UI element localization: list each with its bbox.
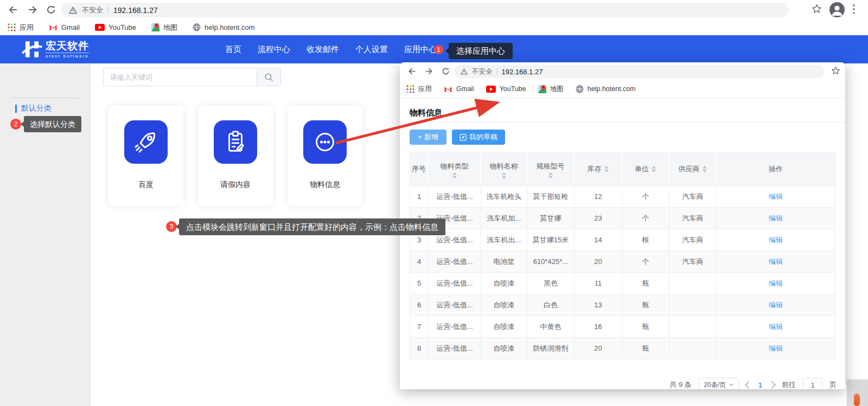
bookmark-star-icon[interactable]	[812, 4, 822, 15]
popup-toolbar: 不安全 192.168.1.27	[400, 62, 845, 80]
column-header-label: 单位	[635, 164, 649, 174]
reload-icon[interactable]	[46, 4, 56, 15]
cell: 4	[410, 250, 429, 272]
hotent-logo: 宏天软件 otent Software	[22, 39, 89, 60]
edit-link[interactable]: 编辑	[769, 257, 783, 267]
bookmark-gmail[interactable]: Gmail	[49, 23, 80, 31]
step-badge-2: 2	[10, 119, 21, 130]
table-row: 1运营-低值...洗车机枪头莫干那短枪12个汽车商编辑	[410, 185, 835, 207]
column-header-label: 规格型号	[537, 162, 565, 171]
edit-link[interactable]: 编辑	[769, 344, 783, 353]
bookmark-apps[interactable]: 应用	[406, 85, 432, 94]
edit-link[interactable]: 编辑	[769, 192, 783, 202]
app-card-clipboard[interactable]: 请假内容	[198, 106, 273, 205]
my-drafts-button[interactable]: 我的草稿	[452, 130, 505, 145]
security-label: 不安全	[472, 67, 493, 76]
search-icon	[264, 73, 273, 82]
add-button[interactable]: + 新增	[410, 130, 446, 145]
bookmark-label: help.hotent.com	[205, 23, 255, 31]
column-header: 序号	[410, 153, 429, 185]
search-input[interactable]	[103, 68, 257, 86]
bookmark-youtube[interactable]: YouTube	[95, 23, 136, 31]
bookmark-label: Gmail	[61, 23, 80, 31]
nav-item-3[interactable]: 收发邮件	[307, 44, 339, 55]
app-card-ellipsis[interactable]: 物料信息	[288, 106, 362, 205]
cell: 洗车机出...	[481, 229, 527, 250]
bookmark-gmail[interactable]: Gmail	[444, 85, 474, 93]
goto-page-input[interactable]	[803, 378, 822, 389]
title-divider	[400, 122, 845, 123]
prev-page-icon[interactable]	[745, 381, 752, 389]
cell-actions: 编辑	[717, 337, 835, 359]
cell: 610*425*...	[527, 250, 575, 272]
edit-link[interactable]: 编辑	[769, 279, 783, 288]
cell: 20	[575, 250, 622, 272]
edit-link[interactable]: 编辑	[769, 300, 783, 310]
cell: 莫甘娜	[527, 207, 575, 229]
bookmark-apps[interactable]: 应用	[8, 23, 34, 33]
sort-carets-icon[interactable]	[703, 166, 707, 172]
column-header[interactable]: 单位	[622, 153, 669, 185]
forward-icon[interactable]	[27, 4, 38, 15]
cell: 洗车机枪头	[481, 185, 527, 207]
cell: 23	[575, 207, 622, 229]
profile-avatar-icon[interactable]	[829, 2, 845, 17]
cell	[669, 294, 717, 315]
active-indicator	[15, 105, 17, 113]
sort-carets-icon[interactable]	[502, 172, 506, 179]
edit-link[interactable]: 编辑	[769, 235, 783, 245]
bookmark-label: 应用	[418, 85, 432, 94]
table-body: 1运营-低值...洗车机枪头莫干那短枪12个汽车商编辑2运营-低值...洗车机加…	[410, 185, 835, 359]
sort-carets-icon[interactable]	[548, 172, 553, 179]
menu-dots-icon[interactable]	[853, 4, 864, 15]
next-page-icon[interactable]	[768, 381, 776, 389]
cell: 瓶	[622, 294, 669, 315]
column-header[interactable]: 物料名称	[481, 153, 527, 185]
popup-back-icon[interactable]	[407, 67, 417, 76]
nav-item-1[interactable]: 首页	[225, 44, 241, 55]
bookmark-globe[interactable]: help.hotent.com	[576, 85, 636, 93]
gmail-icon	[49, 24, 58, 31]
sidebar-item-default-category[interactable]: 默认分类	[15, 104, 52, 113]
popup-bookmark-star-icon[interactable]	[831, 66, 840, 75]
cell: 瓶	[622, 315, 669, 337]
nav-item-4[interactable]: 个人设置	[355, 44, 388, 55]
bookmark-globe[interactable]: help.hotent.com	[193, 23, 255, 31]
search-button[interactable]	[257, 68, 281, 86]
scrollbar-thumb[interactable]	[854, 394, 860, 406]
column-header[interactable]: 规格型号	[527, 153, 575, 185]
column-header: 操作	[717, 153, 835, 185]
ellipsis-icon	[303, 120, 347, 164]
sort-carets-icon[interactable]	[452, 172, 457, 179]
sort-carets-icon[interactable]	[652, 166, 656, 172]
screen: 不安全 192.168.1.27 应用GmailYouTube地图help.ho…	[0, 0, 868, 406]
page-size-select[interactable]: 20条/页	[699, 378, 739, 389]
popup-forward-icon[interactable]	[424, 67, 433, 76]
bookmark-youtube[interactable]: YouTube	[486, 85, 526, 93]
my-drafts-label: 我的草稿	[469, 132, 497, 142]
edit-link[interactable]: 编辑	[769, 322, 783, 332]
column-header[interactable]: 物料类型	[429, 153, 481, 185]
materials-table: 序号物料类型物料名称规格型号库存单位供应商操作 1运营-低值...洗车机枪头莫干…	[410, 152, 835, 359]
app-card-rocket[interactable]: 百度	[108, 106, 183, 205]
column-header-label: 操作	[769, 164, 783, 174]
bookmark-maps[interactable]: 地图	[151, 23, 177, 33]
apps-icon	[8, 23, 16, 31]
current-page[interactable]: 1	[758, 381, 762, 389]
popup-reload-icon[interactable]	[441, 67, 450, 76]
column-header[interactable]: 库存	[575, 153, 622, 185]
column-header[interactable]: 供应商	[669, 153, 717, 185]
bookmark-maps[interactable]: 地图	[538, 85, 564, 94]
nav-item-2[interactable]: 流程中心	[258, 44, 290, 55]
cell: 中黄色	[527, 315, 575, 337]
edit-link[interactable]: 编辑	[769, 214, 783, 223]
pagination: 共 9 条 20条/页 1 前往 页	[669, 378, 837, 389]
cell-actions: 编辑	[717, 250, 835, 272]
sort-carets-icon[interactable]	[604, 166, 609, 172]
popup-address-bar[interactable]: 不安全 192.168.1.27	[454, 65, 824, 78]
table-row: 3运营-低值...洗车机出...莫甘娜15米14根汽车商编辑	[410, 229, 835, 250]
nav-item-5[interactable]: 应用中心	[404, 44, 437, 55]
address-bar[interactable]: 不安全 192.168.1.27	[61, 3, 788, 17]
youtube-icon	[95, 24, 105, 31]
back-icon[interactable]	[8, 4, 18, 15]
